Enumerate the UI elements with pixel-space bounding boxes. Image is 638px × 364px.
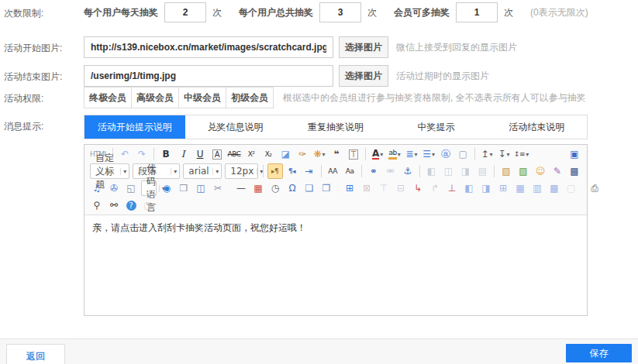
music-icon[interactable]: ♫▾	[89, 180, 105, 196]
redo-icon[interactable]: ↷▾	[134, 146, 150, 162]
font-size-select[interactable]: 12px▾	[225, 163, 258, 179]
italic-icon[interactable]: I▾	[175, 146, 191, 162]
font-color-icon[interactable]: A▾	[370, 146, 385, 162]
ordered-list-icon[interactable]: ≣▾	[404, 146, 419, 162]
tab-repeat-draw[interactable]: 重复抽奖说明	[285, 115, 386, 139]
bold-icon[interactable]: B▾	[158, 146, 174, 162]
image-align-right-icon[interactable]: ◨▾	[457, 163, 473, 179]
toolbar-separator	[365, 148, 366, 160]
end-image-input[interactable]	[84, 65, 333, 87]
date-icon[interactable]: ▦▾	[250, 180, 266, 196]
unordered-list-icon[interactable]: ☰▾	[421, 146, 436, 162]
help-icon[interactable]: ?▾	[123, 197, 139, 213]
underline-icon[interactable]: U▾	[192, 146, 208, 162]
superscript-icon[interactable]: X²▾	[243, 146, 259, 162]
merge-right-icon[interactable]: ▦▾	[512, 180, 528, 196]
columns-icon[interactable]: ◫▾	[193, 180, 209, 196]
indent-icon[interactable]: ⇥▾	[302, 163, 317, 179]
merge-down-icon[interactable]: ▥▾	[529, 180, 545, 196]
snapshot-icon[interactable]: ✂▾	[210, 180, 226, 196]
save-button[interactable]: 保存	[566, 344, 632, 362]
char-border-icon[interactable]: A▾	[209, 146, 225, 162]
image-align-center-icon[interactable]: ◫▾	[440, 163, 456, 179]
cells-right-icon[interactable]: ◨▾	[478, 180, 494, 196]
membership-option-senior[interactable]: 高级会员	[131, 87, 179, 108]
clipboard-icon[interactable]: ▢▾	[140, 197, 156, 213]
merge-cells-icon[interactable]: ⊟▾	[393, 180, 409, 196]
find-replace-icon[interactable]: ⚯▾	[106, 197, 122, 213]
tab-activity-end[interactable]: 活动结束说明	[486, 115, 587, 139]
special-char-icon[interactable]: Ω▾	[285, 180, 300, 196]
dir-rtl-icon[interactable]: ¶◂▾	[285, 163, 300, 179]
membership-option-middle[interactable]: 中级会员	[178, 87, 226, 108]
unlink-icon[interactable]: ⚮▾	[383, 163, 398, 179]
split-cell-icon[interactable]: ▩▾	[547, 180, 562, 196]
code-language-select[interactable]: 代码语言▾	[141, 180, 157, 196]
message-icon[interactable]: ❏▾	[302, 180, 317, 196]
eraser-icon[interactable]: ◪▾	[278, 146, 293, 162]
paragraph-spacing-bottom-icon[interactable]: ↧▾	[496, 146, 512, 162]
insert-row-icon[interactable]: ↳▾	[410, 180, 426, 196]
scrawl-icon[interactable]: ✎▾	[550, 163, 565, 179]
emotion-icon[interactable]: ☺▾	[533, 163, 548, 179]
table-title-icon[interactable]: ⊤▾	[376, 180, 391, 196]
attachment-icon[interactable]: ✇▾	[106, 180, 122, 196]
upload-image-icon[interactable]: ▧▾	[516, 163, 531, 179]
line-spacing-icon[interactable]: ↕≡▾	[513, 146, 529, 162]
delete-row-icon[interactable]: ⊥▾	[444, 180, 460, 196]
dir-ltr-icon[interactable]: ▸¶▾	[267, 163, 283, 179]
image-align-left-icon[interactable]: ◧▾	[423, 163, 439, 179]
insert-image-icon[interactable]: ▧▾	[498, 163, 514, 179]
template-icon[interactable]: ❒▾	[176, 180, 191, 196]
paragraph-select[interactable]: 段落▾	[133, 163, 180, 179]
auto-typeset-icon[interactable]: ❋▾	[312, 146, 327, 162]
insert-video-icon[interactable]: ▩▾	[567, 163, 582, 179]
insert-frame-icon[interactable]: ◱▾	[123, 180, 139, 196]
member-extra-draw-input[interactable]	[456, 2, 498, 22]
tab-activity-start-tip[interactable]: 活动开始提示说明	[84, 115, 185, 139]
insert-col-icon[interactable]: ↱▾	[427, 180, 443, 196]
strikethrough-icon[interactable]: ABC▾	[226, 146, 242, 162]
time-icon[interactable]: ◷▾	[267, 180, 283, 196]
editor-content[interactable]: 亲，请点击进入刮刮卡抽奖活动页面，祝您好运哦！	[84, 215, 587, 315]
back-button[interactable]: 返回	[6, 344, 65, 364]
map-icon[interactable]: ◉▾	[159, 180, 174, 196]
print-icon[interactable]: ⎙▾	[587, 180, 602, 196]
membership-option-ultimate[interactable]: 终极会员	[84, 87, 132, 108]
subscript-icon[interactable]: X₂▾	[260, 146, 276, 162]
insert-table-icon[interactable]: ⊞▾	[342, 180, 357, 196]
horizontal-rule-icon[interactable]: —▾	[233, 180, 249, 196]
tab-redeem-info[interactable]: 兑奖信息说明	[185, 115, 286, 139]
total-unit: 次	[367, 6, 377, 19]
membership-option-junior[interactable]: 初级会员	[226, 87, 274, 108]
font-family-select[interactable]: arial▾	[183, 163, 222, 179]
insert-cell-icon[interactable]: ⊞▾	[495, 180, 511, 196]
link-icon[interactable]: ⚭▾	[366, 163, 381, 179]
undo-icon[interactable]: ↶▾	[117, 146, 133, 162]
total-draw-text: 每个用户总共抽奖	[239, 6, 313, 19]
custom-title-select[interactable]: 自定义标题▾	[90, 163, 129, 179]
format-brush-icon[interactable]: ✑▾	[295, 146, 310, 162]
delete-table-icon[interactable]: ⊠▾	[359, 180, 374, 196]
image-block-icon[interactable]: ▤▾	[474, 163, 490, 179]
tab-win-tip[interactable]: 中奖提示	[386, 115, 487, 139]
blockquote-icon[interactable]: ❝▾	[329, 146, 344, 162]
paste-filter-icon[interactable]: T▾	[346, 146, 361, 162]
anchor-name-icon[interactable]: ⓐ▾	[438, 146, 453, 162]
start-image-input[interactable]	[84, 36, 333, 58]
blank-doc-icon[interactable]: ▢▾	[564, 180, 579, 196]
end-image-pick-button[interactable]: 选择图片	[339, 65, 388, 87]
word-import-icon[interactable]: ❐▾	[319, 180, 334, 196]
anchor-icon[interactable]: ⚓▾	[400, 163, 416, 179]
cells-left-icon[interactable]: ◧▾	[461, 180, 477, 196]
highlight-color-icon[interactable]: ab▾	[387, 146, 402, 162]
to-lowercase-icon[interactable]: Aa▾	[342, 163, 357, 179]
paragraph-spacing-top-icon[interactable]: ↥▾	[479, 146, 495, 162]
to-uppercase-icon[interactable]: AA▾	[325, 163, 340, 179]
per-day-draw-input[interactable]	[164, 2, 206, 22]
clear-doc-icon[interactable]: ▢▾	[455, 146, 471, 162]
fullscreen-icon[interactable]: ▣▾	[567, 146, 582, 162]
preview-icon[interactable]: ⚲▾	[89, 197, 105, 213]
total-draw-input[interactable]	[319, 2, 361, 22]
start-image-pick-button[interactable]: 选择图片	[339, 36, 388, 58]
